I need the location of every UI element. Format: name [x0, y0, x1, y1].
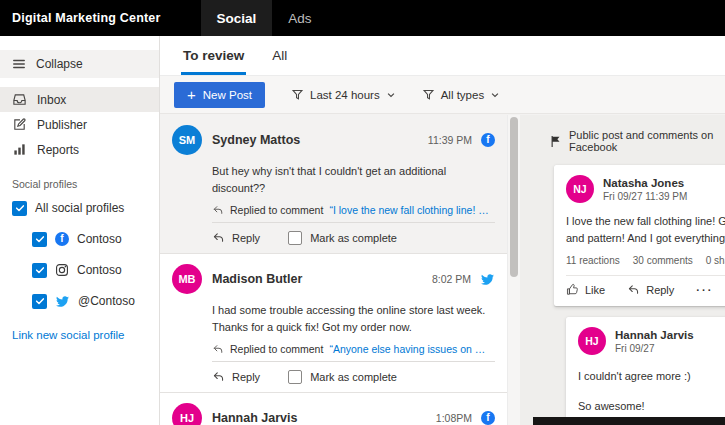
- inbox-body: SM Sydney Mattos 11:39 PM f But hey why …: [160, 115, 725, 425]
- avatar: HJ: [172, 403, 202, 425]
- message-text: But hey why isn't that I couldn't get an…: [212, 163, 491, 196]
- feed-item-actions: Reply Mark as complete: [212, 361, 495, 385]
- chevron-down-icon: [386, 90, 396, 100]
- sidebar-item-label: Reports: [37, 143, 79, 157]
- filter-last-24-hours[interactable]: Last 24 hours: [291, 88, 396, 101]
- profile-row-contoso-instagram[interactable]: Contoso: [0, 258, 159, 282]
- reply-button[interactable]: Reply: [212, 368, 260, 385]
- timestamp: 1:08PM: [436, 412, 472, 424]
- avatar: HJ: [578, 327, 606, 355]
- comment-author-block: Hannah Jarvis Fri 09/27: [615, 329, 694, 354]
- post-text: I love the new fall clothing line! Great…: [566, 213, 725, 246]
- replied-label: Replied to comment: [230, 204, 323, 216]
- filter-icon: [422, 88, 435, 101]
- sidebar-item-inbox[interactable]: Inbox: [0, 87, 159, 112]
- post-date: Fri 09/27 11:39 PM: [603, 191, 687, 202]
- message-text: I had some trouble accessing the online …: [212, 302, 491, 335]
- feed-list: SM Sydney Mattos 11:39 PM f But hey why …: [160, 115, 507, 425]
- avatar: NJ: [566, 175, 594, 203]
- comment-text: I couldn't agree more :): [578, 368, 725, 385]
- detail-panel: Public post and comments on Facebook NJ …: [520, 115, 725, 425]
- author-name: Sydney Mattos: [212, 133, 428, 147]
- collapse-label: Collapse: [36, 57, 83, 71]
- mark-as-complete-checkbox[interactable]: Mark as complete: [288, 370, 397, 384]
- comment-text: So awesome!: [578, 398, 725, 415]
- feed-scrollbar[interactable]: [507, 115, 520, 425]
- link-new-social-profile[interactable]: Link new social profile: [12, 329, 147, 341]
- sidebar-item-label: Publisher: [37, 118, 87, 132]
- more-options-button[interactable]: ···: [696, 284, 713, 296]
- facebook-icon: f: [55, 232, 69, 246]
- reply-arrow-icon: [627, 283, 640, 296]
- post-author-name: Natasha Jones: [603, 177, 687, 189]
- filter-all-types[interactable]: All types: [422, 88, 500, 101]
- reply-label: Reply: [232, 232, 260, 244]
- comment-header: HJ Hannah Jarvis Fri 09/27: [578, 327, 725, 355]
- reply-arrow-icon: [212, 231, 225, 244]
- sidebar-item-publisher[interactable]: Publisher: [0, 112, 159, 137]
- profile-label: @Contoso: [78, 294, 135, 308]
- avatar: MB: [172, 264, 202, 294]
- reply-button[interactable]: Reply: [627, 283, 674, 296]
- reply-arrow-icon: [212, 370, 225, 383]
- profile-label: Contoso: [77, 263, 122, 277]
- author-name: Madison Butler: [212, 272, 432, 286]
- tab-to-review[interactable]: To review: [174, 36, 253, 75]
- feed-item-sydney-mattos[interactable]: SM Sydney Mattos 11:39 PM f But hey why …: [160, 115, 507, 254]
- profile-row-contoso-facebook[interactable]: f Contoso: [0, 227, 159, 251]
- twitter-icon: [55, 295, 70, 308]
- bottom-strip: [533, 417, 725, 425]
- checkbox-checked-icon: [32, 232, 47, 247]
- sidebar-item-reports[interactable]: Reports: [0, 137, 159, 162]
- app-title: Digital Marketing Center: [12, 11, 161, 25]
- checkbox-checked-icon: [12, 201, 27, 216]
- replied-comment-link[interactable]: “Anyone else having issues on getting on…: [329, 343, 491, 355]
- filter-icon: [291, 88, 304, 101]
- all-social-profiles-label: All social profiles: [35, 201, 124, 215]
- like-label: Like: [585, 284, 605, 296]
- feed-item-header: HJ Hannah Jarvis 1:08PM f: [172, 403, 495, 425]
- collapse-button[interactable]: Collapse: [0, 50, 159, 78]
- feed-item-header: MB Madison Butler 8:02 PM: [172, 264, 495, 294]
- mark-as-complete-checkbox[interactable]: Mark as complete: [288, 231, 397, 245]
- post-actions: Like Reply ···: [566, 275, 725, 296]
- profile-row-contoso-twitter[interactable]: @Contoso: [0, 289, 159, 313]
- feed-item-hannah-jarvis[interactable]: HJ Hannah Jarvis 1:08PM f When do you ha…: [160, 393, 507, 425]
- new-post-button[interactable]: + New Post: [174, 82, 265, 108]
- reply-arrow-icon: [212, 343, 224, 355]
- tab-label: To review: [183, 48, 244, 63]
- sidebar-nav: Inbox Publisher Reports: [0, 87, 159, 162]
- detail-header-label: Public post and comments on Facebook: [569, 129, 725, 153]
- topbar-nav: Social Ads: [201, 0, 328, 36]
- like-button[interactable]: Like: [566, 283, 605, 296]
- publisher-icon: [12, 117, 27, 132]
- tab-label: All: [272, 48, 287, 63]
- reply-button[interactable]: Reply: [212, 229, 260, 246]
- thumbs-up-icon: [566, 283, 579, 296]
- inbox-tabs: To review All: [160, 36, 725, 76]
- profile-list: f Contoso Contoso @Contoso: [0, 227, 159, 313]
- timestamp: 11:39 PM: [428, 134, 472, 146]
- sidebar-item-label: Inbox: [37, 93, 66, 107]
- tab-all[interactable]: All: [263, 36, 296, 75]
- filter-label: Last 24 hours: [310, 89, 380, 101]
- nav-tab-ads[interactable]: Ads: [272, 0, 327, 36]
- more-icon: ···: [696, 284, 713, 296]
- plus-icon: +: [187, 87, 196, 102]
- nav-tab-social[interactable]: Social: [201, 0, 273, 36]
- detail-header: Public post and comments on Facebook: [550, 129, 725, 153]
- checkbox-checked-icon: [32, 263, 47, 278]
- all-social-profiles-checkbox[interactable]: All social profiles: [0, 196, 159, 220]
- feed-item-header: SM Sydney Mattos 11:39 PM f: [172, 125, 495, 155]
- shares-count: 0 shares: [706, 255, 725, 266]
- reactions-count: 11 reactions: [566, 255, 620, 266]
- feed-item-madison-butler[interactable]: MB Madison Butler 8:02 PM I had some tro…: [160, 254, 507, 393]
- scrollbar-thumb[interactable]: [510, 117, 518, 277]
- checkbox-unchecked-icon: [288, 231, 302, 245]
- app-window: Digital Marketing Center Social Ads Coll…: [0, 0, 725, 425]
- reports-icon: [12, 142, 27, 157]
- profile-label: Contoso: [77, 232, 122, 246]
- post-stats: 11 reactions 30 comments 0 shares: [566, 255, 725, 266]
- replied-comment-link[interactable]: “I love the new fall clothing line! Gr .…: [329, 204, 491, 216]
- mark-as-complete-label: Mark as complete: [310, 371, 397, 383]
